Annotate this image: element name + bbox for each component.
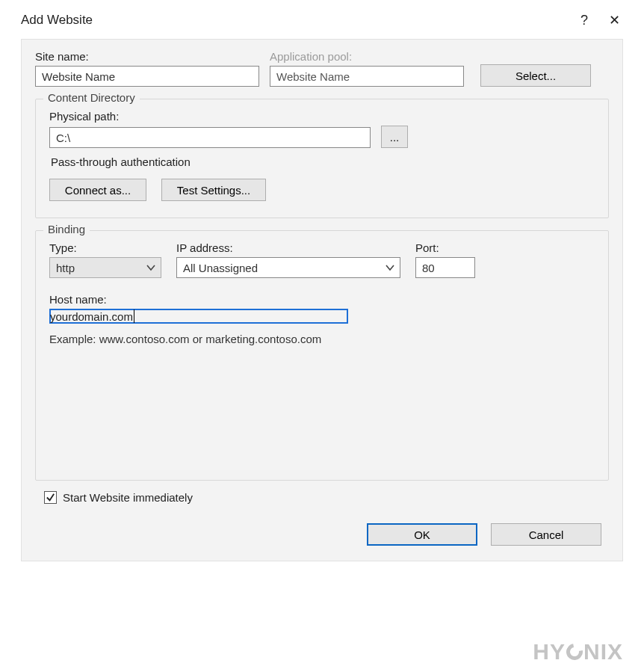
start-immediately-checkbox[interactable] <box>44 491 57 504</box>
app-pool-field: Website Name <box>270 66 464 87</box>
port-input[interactable] <box>415 257 475 278</box>
site-name-label: Site name: <box>35 50 259 63</box>
site-name-input[interactable] <box>35 66 259 87</box>
start-immediately-label: Start Website immediately <box>63 491 193 504</box>
binding-group: Binding Type: http IP address: All Unass… <box>35 230 609 481</box>
watermark-right: NIX <box>583 639 623 665</box>
physical-path-input[interactable] <box>49 127 371 148</box>
start-immediately-row[interactable]: Start Website immediately <box>44 491 609 504</box>
binding-legend: Binding <box>43 223 90 235</box>
footer-buttons: OK Cancel <box>35 523 601 546</box>
physical-path-label: Physical path: <box>49 110 595 123</box>
host-name-label: Host name: <box>49 293 595 306</box>
app-pool-value: Website Name <box>276 70 350 83</box>
type-label: Type: <box>49 241 161 254</box>
chevron-down-icon <box>385 262 395 273</box>
ip-label: IP address: <box>176 241 400 254</box>
ip-select[interactable]: All Unassigned <box>176 257 400 278</box>
browse-button[interactable]: ... <box>381 126 408 148</box>
cancel-button[interactable]: Cancel <box>491 523 601 546</box>
host-example-text: Example: www.contoso.com or marketing.co… <box>49 333 595 345</box>
type-value: http <box>56 262 75 274</box>
watermark-left: HY <box>533 639 566 665</box>
ok-button[interactable]: OK <box>367 523 477 546</box>
port-label: Port: <box>415 241 475 254</box>
watermark: HY NIX <box>533 639 623 665</box>
ip-value: All Unassigned <box>183 262 258 274</box>
test-settings-button[interactable]: Test Settings... <box>161 179 266 201</box>
window-title: Add Website <box>21 13 569 28</box>
help-button[interactable]: ? <box>569 13 599 28</box>
auth-text: Pass-through authentication <box>51 155 593 168</box>
content-directory-legend: Content Directory <box>43 91 140 104</box>
content-directory-group: Content Directory Physical path: ... Pas… <box>35 99 609 218</box>
dialog-body: Site name: Application pool: Website Nam… <box>21 39 623 561</box>
select-button[interactable]: Select... <box>480 64 591 87</box>
watermark-ring-icon <box>563 641 586 664</box>
host-name-value: yourdomain.com <box>50 310 133 323</box>
titlebar: Add Website ? ✕ <box>0 0 644 36</box>
app-pool-label: Application pool: <box>270 50 464 63</box>
close-button[interactable]: ✕ <box>599 12 629 28</box>
chevron-down-icon <box>146 262 156 273</box>
text-caret <box>134 309 134 323</box>
type-select[interactable]: http <box>49 257 161 278</box>
connect-as-button[interactable]: Connect as... <box>49 179 146 201</box>
host-name-input[interactable]: yourdomain.com <box>49 309 348 324</box>
